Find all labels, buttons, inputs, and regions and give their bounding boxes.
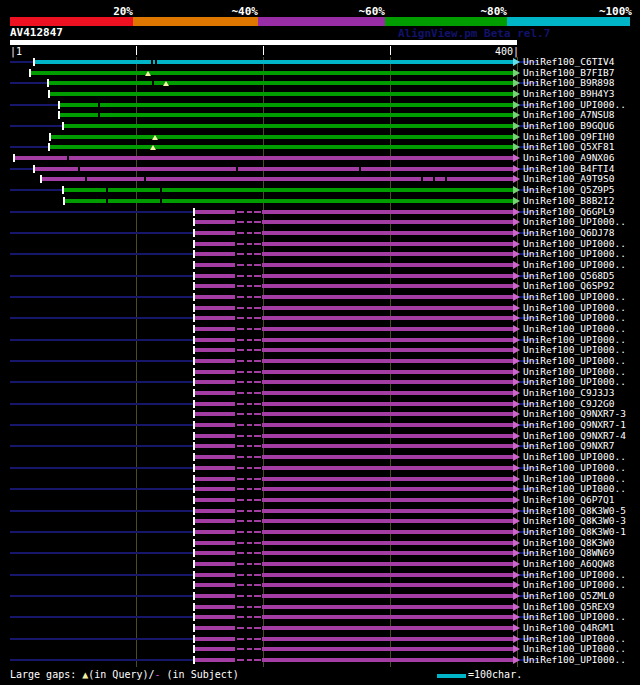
hit-label[interactable]: UniRef100_UPI000..: [523, 580, 626, 590]
hit-label[interactable]: UniRef100_B7FIB7: [523, 68, 615, 78]
alignment-bar[interactable]: [195, 242, 235, 246]
alignment-bar-thin[interactable]: [254, 531, 261, 533]
alignment-bar-thin[interactable]: [237, 648, 244, 650]
hit-label[interactable]: UniRef100_UPI000..: [523, 655, 626, 665]
alignment-bar-thin[interactable]: [247, 424, 252, 426]
hit-label[interactable]: UniRef100_B9H4Y3: [523, 89, 615, 99]
alignment-bar-thin[interactable]: [247, 574, 252, 576]
alignment-bar[interactable]: [262, 220, 513, 224]
alignment-bar-thin[interactable]: [247, 275, 252, 277]
alignment-bar[interactable]: [195, 530, 235, 534]
alignment-bar[interactable]: [195, 583, 235, 587]
alignment-bar[interactable]: [64, 124, 513, 128]
alignment-bar[interactable]: [195, 423, 235, 427]
alignment-bar[interactable]: [195, 306, 235, 310]
alignment-bar-thin[interactable]: [247, 360, 252, 362]
alignment-bar[interactable]: [50, 145, 513, 149]
alignment-bar-thin[interactable]: [247, 456, 252, 458]
alignment-bar[interactable]: [195, 626, 235, 630]
alignment-bar-thin[interactable]: [237, 221, 244, 223]
hit-label[interactable]: UniRef100_Q6P7Q1: [523, 495, 615, 505]
alignment-bar-thin[interactable]: [247, 563, 252, 565]
alignment-bar[interactable]: [35, 60, 513, 64]
alignment-bar[interactable]: [195, 434, 235, 438]
alignment-bar[interactable]: [195, 402, 235, 406]
alignment-bar[interactable]: [195, 551, 235, 555]
hit-label[interactable]: UniRef100_Q6GPL9: [523, 207, 615, 217]
alignment-bar-thin[interactable]: [254, 243, 261, 245]
alignment-bar[interactable]: [51, 135, 513, 139]
hit-label[interactable]: UniRef100_C9J2G0: [523, 399, 615, 409]
alignment-bar[interactable]: [262, 338, 513, 342]
alignment-bar[interactable]: [262, 551, 513, 555]
alignment-bar-thin[interactable]: [247, 349, 252, 351]
hit-label[interactable]: UniRef100_Q5XF81: [523, 142, 615, 152]
alignment-bar[interactable]: [195, 605, 235, 609]
alignment-bar-thin[interactable]: [254, 456, 261, 458]
alignment-bar-thin[interactable]: [247, 413, 252, 415]
alignment-bar-thin[interactable]: [237, 381, 244, 383]
alignment-bar-thin[interactable]: [237, 478, 244, 480]
hit-label[interactable]: UniRef100_A9T9S0: [523, 174, 615, 184]
alignment-bar[interactable]: [262, 487, 513, 491]
alignment-bar[interactable]: [195, 252, 235, 256]
alignment-bar-thin[interactable]: [237, 424, 244, 426]
alignment-bar-thin[interactable]: [254, 285, 261, 287]
hit-label[interactable]: UniRef100_UPI000..: [523, 463, 626, 473]
alignment-bar-thin[interactable]: [237, 275, 244, 277]
alignment-bar-thin[interactable]: [237, 488, 244, 490]
alignment-bar[interactable]: [64, 188, 513, 192]
hit-label[interactable]: UniRef100_A9NX06: [523, 153, 615, 163]
alignment-bar-thin[interactable]: [237, 510, 244, 512]
alignment-bar-thin[interactable]: [237, 659, 244, 661]
alignment-bar[interactable]: [195, 498, 235, 502]
alignment-bar-thin[interactable]: [254, 488, 261, 490]
alignment-bar-thin[interactable]: [254, 317, 261, 319]
alignment-bar-thin[interactable]: [237, 328, 244, 330]
alignment-bar-thin[interactable]: [237, 339, 244, 341]
alignment-bar[interactable]: [262, 477, 513, 481]
hit-label[interactable]: UniRef100_UPI000..: [523, 377, 626, 387]
alignment-bar-thin[interactable]: [237, 499, 244, 501]
alignment-bar-thin[interactable]: [247, 328, 252, 330]
hit-label[interactable]: UniRef100_C6TIV4: [523, 57, 615, 67]
hit-label[interactable]: UniRef100_B9GQU6: [523, 121, 615, 131]
hit-label[interactable]: UniRef100_Q6SP92: [523, 281, 615, 291]
alignment-bar[interactable]: [195, 615, 235, 619]
alignment-bar[interactable]: [262, 348, 513, 352]
alignment-bar[interactable]: [262, 466, 513, 470]
hit-label[interactable]: UniRef100_UPI000..: [523, 367, 626, 377]
alignment-bar-thin[interactable]: [237, 456, 244, 458]
alignment-bar[interactable]: [195, 477, 235, 481]
alignment-bar[interactable]: [42, 177, 513, 181]
hit-label[interactable]: UniRef100_C9J3J3: [523, 388, 615, 398]
alignment-bar-thin[interactable]: [254, 371, 261, 373]
alignment-bar-thin[interactable]: [254, 445, 261, 447]
alignment-bar-thin[interactable]: [254, 221, 261, 223]
alignment-bar-thin[interactable]: [247, 488, 252, 490]
alignment-bar[interactable]: [262, 444, 513, 448]
alignment-bar-thin[interactable]: [247, 627, 252, 629]
hit-label[interactable]: UniRef100_UPI000..: [523, 570, 626, 580]
alignment-bar-thin[interactable]: [247, 435, 252, 437]
alignment-bar-thin[interactable]: [247, 616, 252, 618]
alignment-bar[interactable]: [195, 455, 235, 459]
alignment-bar-thin[interactable]: [247, 531, 252, 533]
alignment-bar[interactable]: [195, 541, 235, 545]
alignment-bar-thin[interactable]: [254, 424, 261, 426]
alignment-bar[interactable]: [195, 316, 235, 320]
alignment-bar-thin[interactable]: [254, 542, 261, 544]
alignment-bar[interactable]: [60, 113, 513, 117]
hit-label[interactable]: UniRef100_UPI000..: [523, 484, 626, 494]
alignment-bar[interactable]: [195, 487, 235, 491]
alignment-bar[interactable]: [195, 380, 235, 384]
hit-label[interactable]: UniRef100_UPI000..: [523, 239, 626, 249]
hit-label[interactable]: UniRef100_UPI000..: [523, 474, 626, 484]
alignment-bar-thin[interactable]: [247, 638, 252, 640]
alignment-bar-thin[interactable]: [247, 296, 252, 298]
alignment-bar-thin[interactable]: [254, 563, 261, 565]
alignment-bar[interactable]: [195, 327, 235, 331]
alignment-bar-thin[interactable]: [237, 467, 244, 469]
alignment-bar[interactable]: [262, 637, 513, 641]
alignment-bar-thin[interactable]: [237, 349, 244, 351]
